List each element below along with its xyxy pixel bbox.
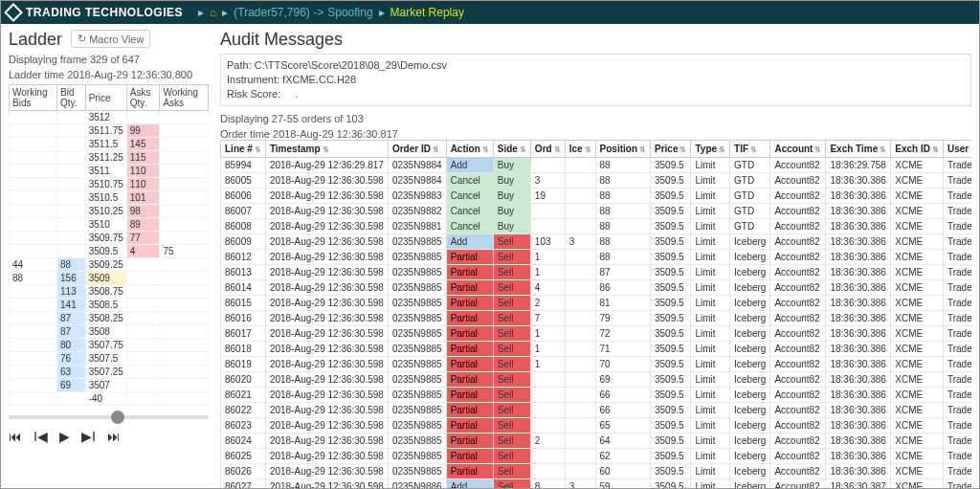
table-row[interactable]: 860092018-Aug-29 12:36:30.5980235N9885Ad…	[221, 234, 972, 250]
audit-col-header[interactable]: User ID⇅	[943, 141, 971, 158]
ladder-row[interactable]: 3511.5145	[10, 138, 209, 151]
audit-cell: 86016	[221, 311, 266, 326]
audit-cell: 3509.5	[651, 464, 691, 479]
ladder-row[interactable]: 3511110	[10, 165, 209, 178]
ladder-row[interactable]: 3512	[10, 111, 209, 124]
ladder-row[interactable]: 3510.75110	[10, 178, 209, 191]
ladder-col-header[interactable]: Price	[85, 85, 126, 111]
ladder-col-header[interactable]: Working Bids	[10, 85, 57, 111]
ladder-row[interactable]: -40	[10, 392, 209, 406]
ladder-row[interactable]: 3509.7577	[10, 232, 209, 245]
table-row[interactable]: 860062018-Aug-29 12:36:30.5980235N9883Ca…	[221, 189, 972, 204]
audit-cell: Sell	[493, 464, 530, 479]
ladder-cell	[160, 366, 209, 379]
home-icon[interactable]: ⌂	[210, 6, 216, 19]
audit-col-header[interactable]: Line #⇅	[221, 141, 266, 158]
skip-end-icon[interactable]: ⏭	[107, 429, 121, 444]
table-row[interactable]: 860212018-Aug-29 12:36:30.5980235N9885Pa…	[221, 388, 972, 403]
table-row[interactable]: 860122018-Aug-29 12:36:30.5980235N9885Pa…	[221, 250, 972, 265]
play-icon[interactable]: ▶	[59, 429, 70, 444]
ladder-row[interactable]: 3510.2598	[10, 205, 209, 218]
ladder-row[interactable]: 763507.5	[10, 352, 209, 366]
ladder-col-header[interactable]: Bid Qty.	[57, 85, 86, 111]
step-forward-icon[interactable]: ▶Ⅰ	[81, 429, 96, 444]
audit-cell: Buy	[493, 173, 530, 189]
audit-col-header[interactable]: Order ID⇅	[388, 141, 446, 158]
playback-slider[interactable]	[9, 415, 209, 419]
audit-cell: Iceberg	[730, 357, 770, 372]
ladder-row[interactable]: 803507.75	[10, 339, 209, 352]
breadcrumb-trader[interactable]: (Trader57,796) ->	[234, 6, 323, 19]
ladder-row[interactable]: 693507	[10, 379, 209, 392]
table-row[interactable]: 860192018-Aug-29 12:36:30.5980235N9885Pa…	[221, 357, 972, 372]
ladder-row[interactable]: 873508.25	[10, 312, 209, 325]
skip-start-icon[interactable]: ⏮	[9, 429, 22, 444]
audit-col-header[interactable]: Exch ID⇅	[891, 141, 944, 158]
table-row[interactable]: 860232018-Aug-29 12:36:30.5980235N9885Pa…	[221, 418, 972, 433]
ladder-row[interactable]: 44883509.25	[10, 258, 209, 272]
table-row[interactable]: 860162018-Aug-29 12:36:30.5980235N9885Pa…	[221, 311, 972, 326]
audit-col-header[interactable]: Account⇅	[770, 141, 826, 158]
ladder-cell	[160, 299, 209, 312]
audit-cell: Sell	[493, 311, 530, 326]
ladder-row[interactable]: 881563509	[10, 272, 209, 285]
ladder-cell: 75	[160, 245, 209, 258]
audit-cell: Iceberg	[730, 296, 770, 311]
audit-col-header[interactable]: Exch Time⇅	[826, 141, 891, 158]
breadcrumb-spoofing[interactable]: Spoofing	[327, 6, 372, 19]
audit-col-header[interactable]: Ice⇅	[565, 141, 595, 158]
ladder-col-header[interactable]: Asks Qty.	[126, 85, 160, 111]
audit-cell: XCME	[891, 464, 944, 479]
audit-col-header[interactable]: TIF⇅	[730, 141, 770, 158]
audit-cell: Trader57	[943, 388, 971, 403]
audit-cell: 3509.5	[651, 173, 691, 189]
audit-col-header[interactable]: Action⇅	[446, 141, 493, 158]
table-row[interactable]: 860202018-Aug-29 12:36:30.5980235N9885Pa…	[221, 372, 972, 388]
ladder-row[interactable]: 3510.5101	[10, 191, 209, 205]
audit-col-header[interactable]: Position⇅	[595, 141, 650, 158]
audit-col-header[interactable]: Side⇅	[493, 141, 530, 158]
table-row[interactable]: 860172018-Aug-29 12:36:30.5980235N9885Pa…	[221, 326, 972, 342]
table-row[interactable]: 860052018-Aug-29 12:36:30.5980235N9884Ca…	[221, 173, 972, 189]
audit-cell: 18:36:30.386	[826, 173, 891, 189]
ladder-row[interactable]: 3511.7599	[10, 124, 209, 138]
audit-cell: 2018-Aug-29 12:36:30.598	[265, 464, 388, 479]
table-row[interactable]: 860182018-Aug-29 12:36:30.5980235N9885Pa…	[221, 342, 972, 357]
table-row[interactable]: 860222018-Aug-29 12:36:30.5980235N9885Pa…	[221, 403, 972, 418]
audit-col-header[interactable]: Type⇅	[691, 141, 730, 158]
audit-cell: 3	[530, 173, 565, 189]
ladder-row[interactable]: 3509.5475	[10, 245, 209, 258]
audit-cell: Trader57	[943, 418, 971, 433]
table-row[interactable]: 859942018-Aug-29 12:36:29.8170235N9884Ad…	[221, 158, 972, 173]
audit-col-header[interactable]: Timestamp⇅	[265, 141, 388, 158]
table-row[interactable]: 860082018-Aug-29 12:36:30.5980235N9881Ca…	[221, 219, 972, 234]
audit-col-header[interactable]: Ord⇅	[530, 141, 565, 158]
audit-cell: 1	[530, 265, 565, 280]
audit-cell: Sell	[493, 479, 530, 489]
table-row[interactable]: 860242018-Aug-29 12:36:30.5980235N9885Pa…	[221, 433, 972, 449]
audit-cell: Limit	[691, 173, 730, 189]
ladder-row[interactable]: 351089	[10, 218, 209, 232]
ladder-row[interactable]: 633507.25	[10, 366, 209, 379]
ladder-cell	[160, 124, 209, 138]
table-row[interactable]: 860252018-Aug-29 12:36:30.5980235N9885Pa…	[221, 449, 972, 464]
ladder-cell: 80	[57, 339, 86, 352]
table-row[interactable]: 860152018-Aug-29 12:36:30.5980235N9885Pa…	[221, 296, 972, 311]
ladder-row[interactable]: 3511.25115	[10, 151, 209, 165]
audit-cell: 70	[595, 357, 650, 372]
table-row[interactable]: 860272018-Aug-29 12:36:30.5980235N9886Ad…	[221, 479, 972, 489]
ladder-col-header[interactable]: Working Asks	[160, 85, 209, 111]
table-row[interactable]: 860072018-Aug-29 12:36:30.5980235N9882Ca…	[221, 204, 972, 219]
table-row[interactable]: 860132018-Aug-29 12:36:30.5980235N9885Pa…	[221, 265, 972, 280]
macro-view-button[interactable]: ↻ Macro View	[71, 30, 150, 48]
table-row[interactable]: 860262018-Aug-29 12:36:30.5980235N9885Pa…	[221, 464, 972, 479]
ladder-row[interactable]: 1133508.75	[10, 285, 209, 299]
table-row[interactable]: 860142018-Aug-29 12:36:30.5980235N9885Pa…	[221, 280, 972, 296]
ladder-row[interactable]: 873508	[10, 325, 209, 339]
ladder-cell	[126, 312, 160, 325]
audit-cell: Trader57	[943, 219, 971, 234]
step-back-icon[interactable]: Ⅰ◀	[33, 429, 48, 444]
ladder-row[interactable]: 1413508.5	[10, 299, 209, 312]
audit-table: Line #⇅Timestamp⇅Order ID⇅Action⇅Side⇅Or…	[220, 140, 971, 488]
audit-col-header[interactable]: Price⇅	[651, 141, 691, 158]
